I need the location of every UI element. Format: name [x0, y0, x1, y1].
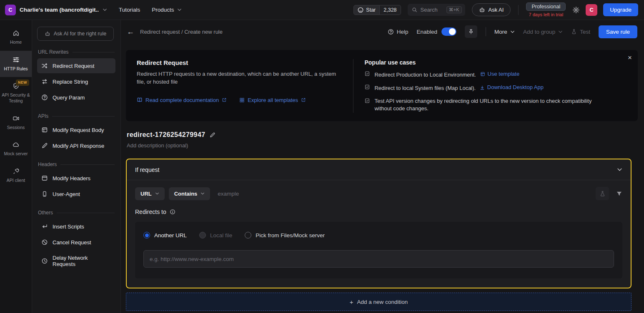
rule-type-label: Modify Request Body	[53, 127, 104, 133]
rule-type-modify-request-body[interactable]: Modify Request Body	[37, 122, 115, 137]
rule-editor-toolbar: ← Redirect request / Create new rule Hel…	[121, 20, 644, 43]
sidebar-item-mock-server[interactable]: Mock server	[0, 136, 32, 162]
condition-row: URL Contains	[127, 180, 631, 205]
sidebar-item-http-rules[interactable]: HTTP Rules	[0, 51, 32, 77]
rule-type-cancel-request[interactable]: Cancel Request	[37, 235, 115, 250]
rule-header: redirect-1726254279947 Add description (…	[127, 131, 639, 149]
condition-operator-select[interactable]: Contains	[169, 187, 210, 200]
radio-another-url[interactable]: Another URL	[143, 232, 187, 238]
pin-icon[interactable]	[465, 25, 477, 38]
radio-pick-from-files[interactable]: Pick from Files/Mock server	[245, 232, 325, 238]
radio-selected-icon	[143, 232, 150, 238]
info-circle-icon[interactable]	[170, 209, 175, 215]
edit-pencil-icon[interactable]	[209, 132, 216, 138]
radio-disabled-icon	[199, 232, 206, 238]
rule-type-redirect-request[interactable]: Redirect Request	[37, 58, 115, 73]
banner-divider	[353, 59, 353, 113]
rule-info-banner: Redirect Request Redirect HTTP requests …	[126, 50, 638, 121]
upgrade-button[interactable]: Upgrade	[603, 3, 638, 16]
add-condition-button[interactable]: + Add a new condition	[126, 293, 631, 311]
rule-type-query-param[interactable]: Query Param	[37, 90, 115, 105]
nav-products[interactable]: Products	[152, 7, 181, 13]
pencil-icon	[41, 142, 48, 149]
rule-type-user-agent[interactable]: User-Agent	[37, 186, 115, 201]
top-header: C Charlie's team (bancroftdigit... Tutor…	[0, 0, 644, 20]
rule-type-label: Query Param	[53, 94, 85, 101]
banner-title: Redirect Request	[137, 59, 344, 66]
sliders-icon	[13, 56, 20, 63]
condition-key-select[interactable]: URL	[135, 187, 165, 200]
nav-tutorials[interactable]: Tutorials	[119, 7, 140, 13]
workspace-switcher[interactable]: C Charlie's team (bancroftdigit...	[5, 5, 107, 15]
ask-ai-rule-button[interactable]: Ask AI for the right rule	[37, 27, 114, 41]
test-button[interactable]: Test	[571, 29, 590, 35]
rule-type-label: Redirect Request	[53, 63, 94, 69]
enabled-toggle[interactable]	[441, 27, 456, 36]
sidebar-item-home[interactable]: Home	[0, 24, 32, 51]
destination-type-radio-group: Another URL Local file Pick from Files/M…	[143, 232, 614, 238]
clipboard-check-icon	[364, 84, 370, 90]
rule-type-delay-network-requests[interactable]: Delay Network Requests	[37, 251, 115, 271]
sidebar-item-api-security[interactable]: NEW API Security & Testing	[0, 77, 32, 109]
search-placeholder: Search	[421, 7, 438, 13]
settings-gear-icon[interactable]	[572, 6, 580, 14]
condition-card-header[interactable]: If request	[127, 159, 631, 180]
sidebar-item-api-client[interactable]: API client	[0, 162, 32, 189]
chevron-down-icon	[558, 30, 563, 34]
rule-name[interactable]: redirect-1726254279947	[127, 131, 205, 139]
help-button[interactable]: Help	[388, 29, 408, 35]
rule-type-insert-scripts[interactable]: Insert Scripts	[37, 219, 115, 234]
rule-types-sidebar: Ask AI for the right rule URL Rewrites R…	[32, 20, 121, 313]
use-template-link[interactable]: Use template	[480, 70, 520, 78]
ask-ai-button[interactable]: Ask AI	[472, 3, 511, 16]
robot-icon	[45, 31, 50, 37]
more-dropdown[interactable]: More	[494, 29, 515, 35]
header-bar-icon	[41, 175, 48, 181]
section-headers: Headers	[38, 161, 115, 167]
close-icon[interactable]: ×	[628, 54, 632, 61]
use-case-item: Redirect Production to Local Environment…	[364, 70, 608, 79]
robot-icon	[479, 7, 485, 13]
header-divider	[518, 5, 519, 15]
rule-description-placeholder[interactable]: Add description (optional)	[127, 142, 639, 149]
radio-unselected-icon	[245, 232, 251, 238]
mobile-device-icon	[41, 191, 48, 197]
sidebar-item-label: Mock server	[4, 151, 28, 157]
search-input[interactable]: Search ⌘+K	[408, 4, 465, 16]
github-star-widget[interactable]: Star 2,328	[353, 5, 401, 15]
sidebar-item-sessions[interactable]: Sessions	[0, 109, 32, 136]
condition-card: If request URL Contains	[126, 159, 631, 288]
rule-type-label: Modify API Response	[53, 143, 104, 149]
use-case-item: Test API version changes by redirecting …	[364, 97, 608, 113]
sidebar-item-label: Sessions	[7, 125, 25, 131]
chevron-down-icon	[177, 7, 182, 12]
condition-value-input[interactable]	[214, 188, 591, 199]
download-desktop-app-link[interactable]: Download Desktop App	[480, 84, 544, 92]
chevron-down-icon[interactable]	[617, 167, 622, 172]
plan-badge[interactable]: Professional 7 days left in trial	[526, 2, 566, 17]
add-to-group-dropdown[interactable]: Add to group	[523, 29, 563, 35]
plug-icon	[13, 168, 20, 175]
cloud-icon	[13, 141, 20, 148]
destination-url-input[interactable]	[143, 250, 614, 268]
rule-type-label: Cancel Request	[53, 239, 91, 246]
rule-type-replace-string[interactable]: Replace String	[37, 74, 115, 89]
rule-type-label: Modify Headers	[53, 175, 90, 181]
test-condition-flask-icon[interactable]	[596, 187, 609, 200]
section-others: Others	[38, 210, 115, 216]
sidebar-item-label: HTTP Rules	[4, 66, 28, 72]
documentation-link[interactable]: Read complete documentation	[137, 97, 227, 103]
rule-type-modify-headers[interactable]: Modify Headers	[37, 171, 115, 186]
filter-funnel-icon[interactable]	[613, 187, 625, 200]
app-window: C Charlie's team (bancroftdigit... Tutor…	[0, 0, 644, 313]
rule-type-modify-api-response[interactable]: Modify API Response	[37, 138, 115, 153]
templates-link[interactable]: Explore all templates	[239, 97, 306, 103]
user-avatar[interactable]: C	[586, 4, 597, 16]
redirects-to-label-row: Redirects to	[127, 205, 631, 217]
save-rule-button[interactable]: Save rule	[599, 25, 637, 38]
destination-panel: Another URL Local file Pick from Files/M…	[135, 222, 622, 278]
back-arrow-icon[interactable]: ←	[127, 28, 134, 35]
sidebar-item-label: API Security & Testing	[1, 92, 30, 104]
enabled-label: Enabled	[417, 29, 438, 35]
shuffle-icon	[41, 62, 48, 69]
